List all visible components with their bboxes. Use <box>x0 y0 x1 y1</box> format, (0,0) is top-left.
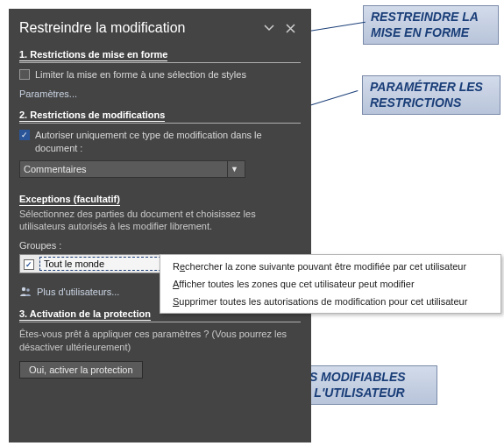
menu-find-next-region[interactable]: Rechercher la zone suivante pouvant être… <box>160 258 500 275</box>
activate-protection-button[interactable]: Oui, activer la protection <box>19 361 143 379</box>
divider <box>19 322 301 322</box>
chevron-down-icon: ▼ <box>227 161 241 177</box>
chevron-down-icon <box>264 23 274 33</box>
more-users-label: Plus d'utilisateurs... <box>37 287 119 297</box>
svg-point-1 <box>26 288 30 292</box>
close-button[interactable] <box>280 18 301 39</box>
limit-formatting-checkbox[interactable] <box>19 69 30 80</box>
exceptions-header: Exceptions (facultatif) <box>19 194 301 204</box>
formatting-settings-link[interactable]: Paramètres... <box>19 88 301 99</box>
divider <box>19 123 301 124</box>
allow-editing-label: Autoriser uniquement ce type de modifica… <box>35 129 301 155</box>
close-icon <box>286 24 295 33</box>
panel-title: Restreindre la modification <box>19 20 259 36</box>
editing-type-dropdown[interactable]: Commentaires ▼ <box>19 160 245 178</box>
user-context-menu: Rechercher la zone suivante pouvant être… <box>160 254 501 314</box>
allow-editing-checkbox[interactable]: ✓ <box>19 130 30 140</box>
activation-description: Êtes-vous prêt à appliquer ces paramètre… <box>19 328 301 354</box>
dropdown-value: Commentaires <box>24 164 87 174</box>
section1-header: 1. Restrictions de mise en forme <box>19 49 301 61</box>
collapse-button[interactable] <box>259 18 280 39</box>
section2-header: 2. Restrictions de modifications <box>19 110 301 122</box>
groups-label: Groupes : <box>19 240 301 251</box>
callout-restrict-formatting: RESTREINDRE LA MISE EN FORME <box>363 5 499 45</box>
exceptions-description: Sélectionnez des parties du document et … <box>19 208 301 234</box>
callout-set-restrictions: PARAMÉTRER LES RESTRICTIONS <box>362 75 500 115</box>
restrict-editing-panel: Restreindre la modification 1. Restricti… <box>9 9 311 442</box>
svg-point-0 <box>22 287 25 291</box>
limit-formatting-label: Limiter la mise en forme à une sélection… <box>35 68 246 81</box>
menu-remove-all-permissions[interactable]: Supprimer toutes les autorisations de mo… <box>160 293 500 310</box>
divider <box>19 62 301 63</box>
menu-show-all-regions[interactable]: Afficher toutes les zones que cet utilis… <box>160 275 500 293</box>
group-everyone-checkbox[interactable]: ✓ <box>24 259 34 270</box>
user-icon <box>19 286 32 298</box>
